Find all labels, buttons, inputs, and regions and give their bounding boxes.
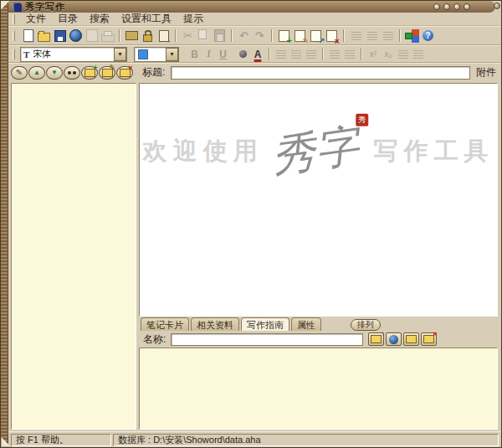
bullet-list-icon (327, 47, 342, 62)
edit-card-icon[interactable] (292, 28, 308, 44)
folder-attachment-button[interactable] (403, 332, 419, 346)
edit-folder-button[interactable] (99, 66, 115, 80)
formatbar-grip[interactable] (13, 49, 15, 59)
font-color-icon[interactable]: A (250, 47, 265, 62)
new-folder-button[interactable] (81, 66, 98, 80)
status-bar: 按 F1 帮助。 数据库 : D:\安装\Showord\data.aha (8, 431, 501, 447)
rollup-button[interactable] (433, 3, 440, 10)
toolbar-separator (175, 29, 177, 42)
font-dropdown-button[interactable]: ▼ (114, 48, 126, 61)
toolbar-separator (399, 29, 401, 42)
tab-note-cards[interactable]: 笔记卡片 (141, 317, 189, 331)
export-card-icon[interactable] (156, 28, 172, 44)
toolbar-separator (231, 29, 233, 42)
lock-icon[interactable] (140, 28, 156, 44)
move-up-button[interactable] (28, 66, 45, 80)
category-tree-panel[interactable] (11, 83, 136, 430)
font-color-select[interactable]: ▼ (134, 47, 179, 62)
tab-writing-guide[interactable]: 写作指南 (241, 317, 289, 331)
open-folder-icon[interactable] (36, 28, 52, 44)
title-label: 标题: (142, 65, 165, 80)
attach-folder-icon (406, 334, 417, 344)
arrange-view-icon (364, 28, 380, 44)
tab-properties[interactable]: 属性 (291, 317, 321, 331)
status-help-text: 按 F1 帮助。 (11, 434, 111, 446)
underline-button[interactable]: U (216, 47, 230, 61)
italic-button[interactable]: I (202, 47, 216, 61)
tabs: 笔记卡片相关资料写作指南属性 (141, 317, 323, 331)
web-attachment-button[interactable] (386, 332, 402, 346)
new-document-icon[interactable] (20, 28, 36, 44)
font-family-select[interactable]: T 宋体 ▼ (20, 47, 127, 62)
font-name-value: 宋体 (33, 48, 51, 60)
tree-view-icon[interactable] (404, 28, 420, 44)
maximize-button[interactable] (453, 3, 460, 10)
search-button[interactable] (64, 66, 80, 80)
menu-catalog[interactable]: 目录 (52, 12, 84, 26)
bottom-left-corner-decoration (1, 436, 12, 447)
menu-items: 文件目录搜索设置和工具提示 (20, 12, 209, 26)
attachment-label: 附件 (476, 65, 496, 80)
menu-grip[interactable] (13, 14, 15, 24)
app-icon (13, 3, 22, 12)
print-card-icon[interactable] (124, 28, 140, 44)
menu-tips[interactable]: 提示 (177, 12, 209, 26)
window-body: 秀字写作 文件目录搜索设置和工具提示 T 宋体 ▼ ▼ B (8, 1, 501, 447)
bold-button[interactable]: B (187, 47, 202, 61)
toolbar-grip[interactable] (13, 31, 15, 41)
edit-pointer-button[interactable] (11, 66, 28, 80)
logo-text: 秀字 (269, 121, 361, 181)
tab-related-materials[interactable]: 相关资料 (191, 317, 239, 331)
color-dropdown-button[interactable]: ▼ (166, 48, 178, 61)
editor-area[interactable]: 欢迎使用 秀字 秀 写作工具 (139, 83, 498, 317)
name-label: 名称: (143, 332, 166, 347)
cut-icon (180, 28, 196, 44)
menu-file[interactable]: 文件 (20, 12, 52, 26)
delete-folder-button[interactable] (116, 66, 133, 80)
name-input[interactable] (171, 333, 363, 346)
window-left-edge (1, 1, 8, 447)
align-right-icon (304, 47, 319, 62)
move-down-button[interactable] (46, 66, 63, 80)
move-down-icon (49, 68, 60, 78)
cards-panel[interactable] (139, 348, 498, 430)
arrange-button[interactable]: 排列 (351, 319, 381, 331)
window-title: 秀字写作 (25, 1, 65, 13)
logo-seal: 秀 (356, 114, 368, 126)
title-field-row: 标题: 附件 (8, 63, 501, 81)
open-attachment-button[interactable] (368, 332, 384, 346)
menu-settings-tools[interactable]: 设置和工具 (115, 12, 177, 26)
watermark-prefix: 欢迎使用 (143, 135, 264, 168)
watermark-suffix: 写作工具 (374, 135, 494, 168)
menu-search[interactable]: 搜索 (84, 12, 115, 26)
subscript-icon: x₂ (381, 47, 396, 62)
move-up-icon (32, 68, 43, 78)
move-card-icon[interactable] (308, 28, 324, 44)
undo-icon (236, 28, 252, 44)
main-toolbar (8, 26, 501, 45)
numbered-list-icon (342, 47, 357, 62)
delete-attachment-button[interactable] (421, 332, 437, 346)
filter-view-icon (380, 28, 396, 44)
titlebar[interactable]: 秀字写作 (8, 1, 495, 13)
toolbar-separator (343, 29, 345, 42)
minimize-button[interactable] (443, 3, 450, 10)
decrease-indent-icon (396, 47, 411, 62)
name-field-row: 名称: (139, 331, 498, 348)
top-left-corner-decoration (1, 1, 10, 10)
delete-card-icon[interactable] (324, 28, 340, 44)
new-card-icon[interactable] (276, 28, 292, 44)
attach-open-icon (371, 334, 382, 344)
window-controls (433, 3, 492, 10)
web-publish-icon[interactable] (68, 28, 84, 44)
delete-folder-icon (120, 68, 131, 78)
highlight-icon[interactable] (235, 47, 250, 62)
close-button[interactable] (464, 3, 470, 10)
help-icon[interactable] (420, 28, 436, 44)
copy-icon (196, 28, 212, 44)
title-input[interactable] (171, 66, 470, 80)
format-toolbar: T 宋体 ▼ ▼ BIU Ax²x₂ (8, 45, 501, 63)
redo-icon (252, 28, 268, 44)
toolbar-separator (269, 48, 270, 60)
save-icon[interactable] (52, 28, 68, 44)
